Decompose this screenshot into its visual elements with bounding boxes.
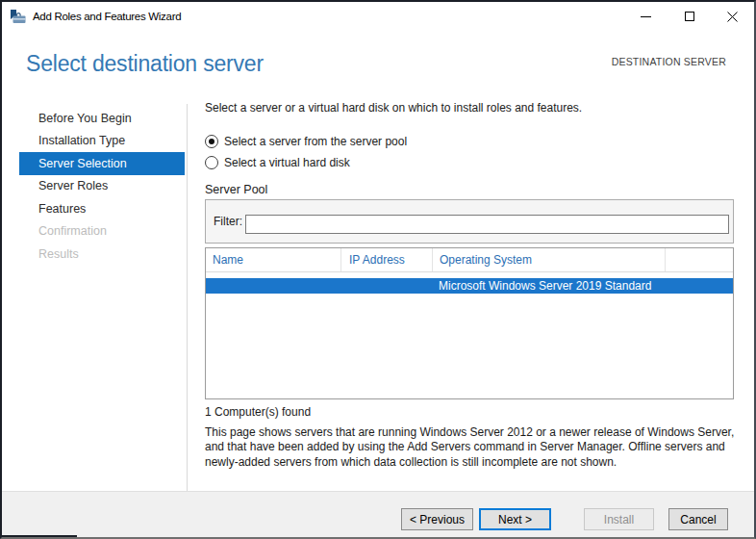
filter-label: Filter: xyxy=(214,215,242,228)
close-icon xyxy=(727,12,738,22)
sidebar-item-server-selection[interactable]: Server Selection xyxy=(19,152,185,175)
sidebar-divider xyxy=(187,104,188,491)
radio-virtual-hard-disk[interactable]: Select a virtual hard disk xyxy=(205,156,350,169)
minimize-button[interactable] xyxy=(624,2,668,31)
destination-server-label: DESTINATION SERVER xyxy=(612,56,726,67)
radio-virtual-hard-disk-label: Select a virtual hard disk xyxy=(224,156,350,169)
intro-text: Select a server or a virtual hard disk o… xyxy=(205,101,582,115)
close-button[interactable] xyxy=(711,2,754,31)
previous-button[interactable]: < Previous xyxy=(401,508,473,530)
sidebar-item-installation-type[interactable]: Installation Type xyxy=(19,130,185,153)
titlebar: Add Roles and Features Wizard xyxy=(2,2,754,31)
sidebar-item-before-you-begin[interactable]: Before You Begin xyxy=(19,107,185,130)
page-description: This page shows servers that are running… xyxy=(205,425,736,470)
wizard-steps: Before You Begin Installation Type Serve… xyxy=(19,107,185,266)
maximize-button[interactable] xyxy=(668,2,711,31)
table-row[interactable]: Microsoft Windows Server 2019 Standard xyxy=(206,278,733,294)
wizard-window: Add Roles and Features Wizard Select des… xyxy=(0,0,756,539)
maximize-icon xyxy=(685,12,694,21)
minimize-icon xyxy=(641,16,651,17)
column-header-name[interactable]: Name xyxy=(206,248,341,271)
server-pool-heading: Server Pool xyxy=(205,183,267,196)
footer: < Previous Next > Install Cancel xyxy=(2,491,754,537)
radio-virtual-hard-disk-icon[interactable] xyxy=(205,156,218,169)
cancel-button[interactable]: Cancel xyxy=(668,508,728,530)
filter-panel: Filter: xyxy=(205,199,734,244)
sidebar-item-confirmation: Confirmation xyxy=(19,220,185,244)
computer-count: 1 Computer(s) found xyxy=(205,405,311,419)
radio-server-pool[interactable]: Select a server from the server pool xyxy=(205,135,407,148)
filter-input[interactable] xyxy=(245,215,729,234)
sidebar-item-features[interactable]: Features xyxy=(19,197,185,220)
install-button[interactable]: Install xyxy=(584,508,654,530)
server-pool-table: Name IP Address Operating System Microso… xyxy=(205,247,734,399)
next-button[interactable]: Next > xyxy=(479,508,551,530)
column-header-operating-system[interactable]: Operating System xyxy=(433,248,666,271)
page-title: Select destination server xyxy=(26,51,264,77)
window-border-segment xyxy=(2,535,77,537)
window-title: Add Roles and Features Wizard xyxy=(33,11,181,22)
radio-server-pool-icon[interactable] xyxy=(205,135,218,148)
column-header-ip-address[interactable]: IP Address xyxy=(341,248,433,271)
app-icon xyxy=(10,9,26,24)
sidebar-item-results: Results xyxy=(19,243,185,266)
sidebar-item-server-roles[interactable]: Server Roles xyxy=(19,175,185,198)
column-header-empty xyxy=(666,248,733,271)
radio-server-pool-label: Select a server from the server pool xyxy=(224,135,407,148)
table-header: Name IP Address Operating System xyxy=(206,248,733,272)
